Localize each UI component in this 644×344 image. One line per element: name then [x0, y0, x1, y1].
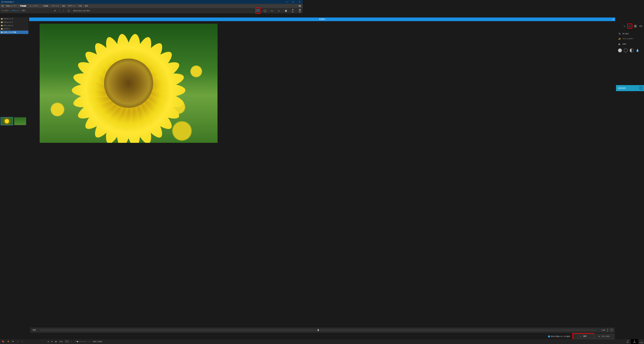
tool-insert[interactable]: ✦挿入: [291, 8, 295, 13]
home-icon[interactable]: [1, 4, 4, 8]
tool-film[interactable]: ▭: [270, 8, 274, 13]
sb-label: ドキュメント: [4, 21, 13, 23]
titlebar: PhotoScape X — ▢ ✕: [0, 0, 303, 4]
tool-tools[interactable]: ✿道具: [298, 8, 302, 13]
sb-label: デスクトップ: [4, 18, 13, 20]
sb-label: ピクチャ: [4, 28, 10, 30]
film-icon: ▭: [271, 9, 273, 12]
sb-label: ダウンロード: [4, 24, 13, 27]
top-tool-row: ◯ ▭ ☼ ▣ ✦挿入 ✿道具: [256, 8, 302, 13]
svg-point-1: [2, 5, 3, 7]
circle-icon: ◯: [264, 9, 266, 12]
tool-light[interactable]: ☼: [277, 8, 281, 13]
grid-overlay-major: [40, 24, 218, 143]
tools-icon: ✿: [299, 9, 301, 11]
menu-batch[interactable]: 一括編集: [40, 4, 50, 8]
thumbnail-strip: [1, 117, 26, 125]
menu-collage[interactable]: コラージュ: [50, 4, 60, 8]
gear-icon[interactable]: [298, 4, 302, 8]
menu-tools[interactable]: 道具: [83, 4, 89, 8]
secondary-bar: フォルダー お気に入り 両方 ✕ 〈 〉 ⓘ 2011.8.15-1_107.J…: [0, 8, 303, 13]
loc-tab-folder[interactable]: フォルダー: [0, 9, 10, 13]
menu-combine[interactable]: 連結: [60, 4, 66, 8]
thumbnail-1[interactable]: [1, 117, 13, 125]
insert-icon: ✦: [292, 9, 294, 11]
image-canvas[interactable]: [40, 24, 218, 143]
tool-insert-label: 挿入: [292, 11, 294, 13]
sb-desktop[interactable]: デスクトップ: [0, 17, 28, 21]
tool-edit[interactable]: [256, 8, 260, 13]
folder-icon: [1, 31, 2, 33]
window-maximize-icon[interactable]: ▢: [290, 0, 296, 4]
loc-tab-both[interactable]: 両方: [21, 9, 27, 13]
loc-tab-fav[interactable]: お気に入り: [10, 9, 21, 13]
tool-color[interactable]: ◯: [263, 8, 267, 13]
file-name: 2011.8.15-1_107.JPG: [73, 10, 90, 12]
sb-documents[interactable]: ドキュメント: [0, 20, 28, 24]
tool-frame[interactable]: ▣: [284, 8, 288, 13]
prev-file-icon[interactable]: 〈: [58, 9, 60, 12]
folder-icon: [1, 21, 2, 23]
menu-editor[interactable]: 写真編集: [18, 4, 28, 8]
app-logo-icon: [2, 1, 3, 3]
menu-cutout[interactable]: カットアウト: [28, 4, 40, 8]
info-icon[interactable]: ⓘ: [68, 9, 70, 12]
menu-viewer[interactable]: 写真ビューアー: [4, 4, 18, 8]
main-menu: 写真ビューアー 写真編集 カットアウト 一括編集 コラージュ 連結 GIFアニメ…: [0, 4, 303, 8]
frame-icon: ▣: [285, 9, 287, 12]
folder-sidebar: デスクトップ ドキュメント ダウンロード ピクチャ お気に入りの写真: [0, 17, 28, 34]
sb-label: お気に入りの写真: [4, 31, 16, 33]
app-title: PhotoScape X: [4, 1, 14, 3]
folder-icon: [1, 28, 2, 29]
sb-pictures[interactable]: ピクチャ: [0, 27, 28, 30]
window-close-icon[interactable]: ✕: [296, 0, 303, 4]
folder-icon: [1, 18, 2, 20]
next-file-icon[interactable]: 〉: [63, 9, 65, 12]
light-icon: ☼: [278, 9, 280, 12]
sb-fav-photos[interactable]: お気に入りの写真: [0, 30, 28, 34]
sb-downloads[interactable]: ダウンロード: [0, 24, 28, 27]
thumbnail-2[interactable]: [14, 117, 26, 125]
tool-tools-label: 道具: [299, 11, 301, 13]
straighten-modal-title: 角度補正 ✕: [29, 17, 303, 21]
close-file-icon[interactable]: ✕: [54, 9, 56, 12]
menu-gif[interactable]: GIFアニメ: [66, 4, 77, 8]
edit-icon: [256, 9, 259, 12]
window-minimize-icon[interactable]: —: [284, 0, 290, 4]
folder-icon: [1, 25, 2, 26]
menu-print[interactable]: 印刷: [77, 4, 83, 8]
